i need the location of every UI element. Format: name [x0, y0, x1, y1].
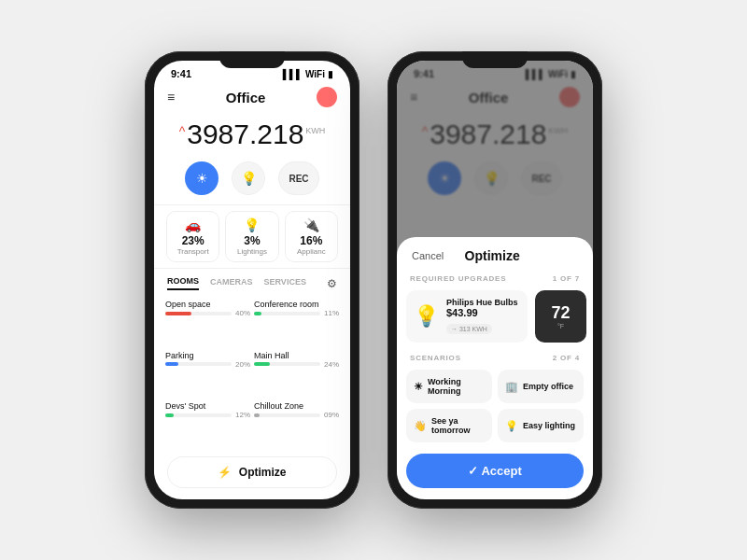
- bar-parking: [165, 362, 178, 366]
- room-chillout: Chillout Zone 09%: [254, 399, 339, 447]
- scenario-easy-lighting[interactable]: 💡 Easy lighting: [498, 409, 584, 442]
- bar-conference: [254, 312, 261, 315]
- bar-devs-spot: [165, 413, 174, 417]
- see-ya-tomorrow-label: See ya tomorrow: [431, 416, 485, 435]
- scenarios-row: ☀ Working Morning 🏢 Empty office 👋 See y…: [397, 366, 593, 450]
- transport-pct: 23%: [176, 234, 209, 247]
- phone-1: 9:41 ▌▌▌ WiFi ▮ ≡ Office ^ 3987.218 KWH: [145, 51, 359, 509]
- energy-section-1: ^ 3987.218 KWH: [154, 113, 350, 158]
- empty-office-icon: 🏢: [505, 381, 518, 393]
- upgrades-count: 1 OF 7: [553, 274, 580, 283]
- lightings-label: Lightings: [235, 247, 268, 256]
- battery-icon: ▮: [328, 69, 333, 79]
- energy-unit-1: KWH: [305, 126, 325, 135]
- working-morning-label: Working Morning: [428, 377, 485, 396]
- app-header-1: ≡ Office: [154, 83, 350, 113]
- accept-button[interactable]: ✓ Accept: [406, 454, 584, 488]
- modal-header: Cancel Optimize: [397, 237, 593, 271]
- bulb-button-1[interactable]: 💡: [232, 161, 265, 195]
- lightings-pct: 3%: [235, 234, 268, 247]
- scenario-empty-office[interactable]: 🏢 Empty office: [498, 370, 584, 403]
- modal-cancel-button[interactable]: Cancel: [412, 250, 444, 261]
- thermostat-unit: °F: [557, 323, 564, 329]
- room-devs-spot: Devs' Spot 12%: [165, 399, 250, 447]
- sun-button-1[interactable]: ☀: [185, 161, 218, 195]
- room-main-hall: Main Hall 24%: [254, 349, 339, 397]
- rooms-grid-1: Open space 40% Conference room 11% Parki…: [154, 294, 350, 451]
- lightings-icon: 💡: [235, 217, 268, 232]
- notch-1: [219, 51, 285, 68]
- transport-icon: 🚗: [176, 217, 209, 232]
- scenario-working-morning[interactable]: ☀ Working Morning: [406, 370, 492, 403]
- bolt-icon-1: ⚡: [218, 466, 232, 479]
- scenarios-count: 2 OF 4: [553, 354, 580, 362]
- stat-lightings: 💡 3% Lightings: [225, 211, 278, 262]
- filter-icon[interactable]: ⚙: [327, 277, 337, 290]
- room-parking: Parking 20%: [165, 349, 250, 397]
- empty-office-label: Empty office: [523, 382, 573, 391]
- optimize-label-1: Optimize: [239, 466, 287, 479]
- notch-2: [462, 51, 528, 68]
- modal-title: Optimize: [465, 248, 520, 263]
- signal-icon: ▌▌▌: [283, 69, 303, 79]
- hue-bulb-icon: 💡: [414, 304, 439, 329]
- section-scenarios-label: SCENARIOS 2 OF 4: [397, 350, 593, 366]
- scenario-see-ya-tomorrow[interactable]: 👋 See ya tomorrow: [406, 409, 492, 442]
- stat-appliances: 🔌 16% Applianc: [285, 211, 338, 262]
- rec-button-1[interactable]: REC: [278, 161, 318, 195]
- avatar-1[interactable]: [317, 87, 337, 107]
- energy-arrow-1: ^: [179, 124, 186, 139]
- screen-1: 9:41 ▌▌▌ WiFi ▮ ≡ Office ^ 3987.218 KWH: [154, 61, 350, 499]
- stats-row-1: 🚗 23% Transport 💡 3% Lightings 🔌 16% App…: [154, 204, 350, 269]
- tab-rooms[interactable]: ROOMS: [167, 276, 199, 290]
- energy-number-1: 3987.218: [187, 119, 303, 150]
- see-ya-tomorrow-icon: 👋: [414, 420, 427, 432]
- optimize-button-1[interactable]: ⚡ Optimize: [167, 456, 337, 488]
- hue-bulb-price: $43.99: [446, 307, 518, 318]
- header-title-1: Office: [226, 90, 266, 105]
- upgrades-title: REQUIRED UPGRADES: [410, 274, 506, 283]
- menu-icon-1[interactable]: ≡: [167, 90, 175, 105]
- transport-label: Transport: [176, 247, 209, 256]
- tab-cameras[interactable]: CAMERAS: [210, 277, 253, 289]
- status-icons-1: ▌▌▌ WiFi ▮: [283, 69, 333, 79]
- wifi-icon: WiFi: [305, 69, 325, 79]
- screen-2: 9:41 ▌▌▌ WiFi ▮ ≡ Office ^ 3987.218: [397, 61, 593, 499]
- phone-2: 9:41 ▌▌▌ WiFi ▮ ≡ Office ^ 3987.218: [388, 51, 602, 509]
- action-buttons-1: ☀ 💡 REC: [154, 158, 350, 204]
- bar-main-hall: [254, 362, 270, 366]
- stat-transport: 🚗 23% Transport: [166, 211, 219, 262]
- products-row: 💡 Philips Hue Bulbs $43.99 → 313 KWH 72 …: [397, 287, 593, 350]
- appliances-pct: 16%: [295, 234, 328, 247]
- section-upgrades-label: REQUIRED UPGRADES 1 OF 7: [397, 271, 593, 287]
- easy-lighting-label: Easy lighting: [523, 421, 575, 430]
- thermostat-value: 72: [551, 303, 570, 323]
- product-hue-bulbs[interactable]: 💡 Philips Hue Bulbs $43.99 → 313 KWH: [406, 290, 528, 343]
- easy-lighting-icon: 💡: [505, 420, 518, 432]
- bar-open-space: [165, 312, 191, 315]
- tabs-bar-1: ROOMS CAMERAS SERVICES ⚙: [154, 269, 350, 294]
- bar-chillout: [254, 413, 260, 417]
- appliances-label: Applianc: [295, 247, 328, 256]
- scenarios-title: SCENARIOS: [410, 354, 461, 362]
- hue-bulb-kwh: → 313 KWH: [446, 324, 492, 334]
- time-1: 9:41: [171, 68, 191, 79]
- tab-services[interactable]: SERVICES: [264, 277, 306, 289]
- room-conference: Conference room 11%: [254, 298, 339, 345]
- hue-bulb-info: Philips Hue Bulbs $43.99 → 313 KWH: [446, 298, 518, 335]
- room-open-space: Open space 40%: [165, 298, 250, 345]
- hue-bulb-name: Philips Hue Bulbs: [446, 298, 518, 307]
- modal-sheet: Cancel Optimize REQUIRED UPGRADES 1 OF 7…: [397, 237, 593, 499]
- working-morning-icon: ☀: [414, 381, 423, 393]
- appliances-icon: 🔌: [295, 217, 328, 232]
- product-thermostat[interactable]: 72 °F: [535, 290, 586, 343]
- energy-value-1: ^ 3987.218 KWH: [154, 119, 350, 150]
